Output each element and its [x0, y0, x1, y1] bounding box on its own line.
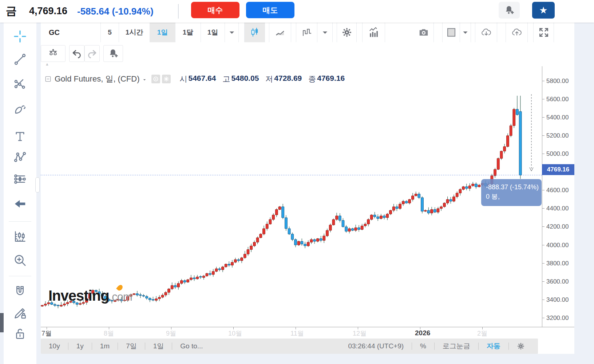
open-value: 5467.64	[188, 74, 216, 84]
symbol-search-button[interactable]: GC	[41, 23, 101, 42]
time-axis-label: 7월	[41, 329, 52, 338]
range-button-1y[interactable]: 1y	[68, 342, 92, 350]
magnet-tool[interactable]	[4, 282, 36, 300]
interval-1h-button[interactable]: 1시간	[119, 23, 150, 42]
balance-icon	[48, 48, 59, 59]
instrument-symbol: 금	[6, 4, 17, 19]
log-scale-button[interactable]: 로그눈금	[435, 341, 478, 351]
text-tool[interactable]	[4, 128, 36, 145]
percent-scale-button[interactable]: %	[412, 342, 434, 350]
indicators-button[interactable]	[363, 23, 385, 42]
caret-down-icon	[320, 27, 330, 38]
trend-line-tool[interactable]	[4, 51, 36, 68]
chart-type-line-button[interactable]	[269, 23, 291, 42]
caret-down-icon	[226, 27, 237, 38]
chart-legend: Gold Futures, 일, (CFD) 시5467.64 고5480.05…	[44, 73, 345, 85]
interval-1d-button[interactable]: 1일	[150, 23, 175, 42]
lock-all-tool[interactable]	[4, 325, 36, 343]
indicators-icon	[368, 27, 379, 38]
zoom-in-tool[interactable]	[4, 252, 36, 269]
time-axis-tick	[420, 327, 420, 329]
projection-tool[interactable]	[4, 170, 36, 188]
auto-scale-button[interactable]: 자동	[479, 341, 508, 351]
step-icon	[301, 27, 312, 38]
price-axis[interactable]: 5800.005600.005400.005200.005000.004600.…	[542, 66, 574, 327]
time-axis-label: 2월	[477, 329, 487, 338]
favorite-button[interactable]: ★	[532, 2, 555, 19]
snapshot-button[interactable]	[413, 23, 434, 42]
toolbar-divider	[291, 23, 296, 42]
interval-select-value[interactable]: 1일	[201, 23, 225, 42]
layout-button[interactable]	[443, 23, 460, 42]
range-button-Goto[interactable]: Go to...	[172, 342, 211, 350]
legend-title[interactable]: Gold Futures, 일, (CFD)	[55, 74, 139, 84]
chart-style-button[interactable]	[296, 23, 317, 42]
measure-tooltip: -888.37 (-15.74%) 0 봉,	[481, 179, 542, 206]
layout-caret-button[interactable]	[460, 23, 471, 42]
toolbar-collapse-icon[interactable]: ▲	[45, 62, 49, 66]
time-axis-tick	[482, 327, 483, 329]
range-button-7[interactable]: 7일	[118, 341, 145, 351]
crosshair-tool[interactable]	[4, 28, 36, 45]
time-axis-tick	[47, 327, 47, 329]
brush-tool[interactable]	[4, 100, 36, 118]
load-layout-button[interactable]	[475, 23, 497, 42]
range-button-1[interactable]: 1일	[145, 341, 172, 351]
interval-1mo-button[interactable]: 1달	[175, 23, 201, 42]
range-button-1m[interactable]: 1m	[92, 342, 118, 350]
save-layout-button[interactable]	[506, 23, 528, 42]
candles-icon	[249, 27, 260, 38]
buy-button[interactable]: 매수	[191, 2, 239, 18]
low-value: 4728.69	[274, 74, 302, 84]
legend-collapse-icon[interactable]	[44, 75, 52, 83]
price-axis-border	[542, 66, 542, 327]
hide-drawings-tool[interactable]	[4, 195, 36, 213]
create-alert-button[interactable]	[103, 45, 123, 62]
time-axis-tick	[233, 327, 234, 329]
eye-icon	[153, 76, 159, 82]
drawing-lock-tool[interactable]	[4, 304, 36, 322]
redo-button[interactable]	[84, 45, 100, 62]
xabcd-pattern-tool[interactable]	[4, 149, 36, 166]
pitchfork-tool[interactable]	[4, 75, 36, 92]
bar-measure-tool[interactable]	[4, 228, 36, 245]
legend-settings-button[interactable]	[162, 75, 171, 83]
watermark: Investing.com	[48, 288, 132, 304]
price-change: -585.64 (-10.94%)	[77, 6, 154, 17]
crosshair-icon	[13, 29, 27, 43]
chart-type-candles-button[interactable]	[245, 23, 265, 42]
camera-icon	[418, 27, 429, 38]
legend-visibility-button[interactable]	[151, 75, 160, 83]
sidebar-divider	[9, 221, 31, 222]
price-tick: 3600.00	[542, 278, 574, 285]
gear-icon	[517, 342, 525, 350]
brush-icon	[13, 102, 27, 116]
time-axis-label: 11월	[290, 329, 304, 338]
compare-scales-button[interactable]	[41, 45, 66, 62]
interval-caret-button[interactable]	[225, 23, 239, 42]
chart-style-caret-button[interactable]	[317, 23, 333, 42]
time-axis-label: 8월	[104, 329, 114, 338]
price-alert-button[interactable]	[499, 2, 520, 19]
time-axis-label: 2026	[415, 329, 430, 337]
undo-button[interactable]	[69, 45, 84, 62]
fullscreen-button[interactable]	[534, 23, 554, 42]
watermark-brand: Investing	[48, 288, 109, 304]
high-label: 고	[222, 74, 230, 84]
chart-toolbar: GC51시간1일1달1일	[41, 23, 574, 42]
range-button-10y[interactable]: 10y	[41, 342, 68, 350]
price-tick: 3200.00	[542, 314, 574, 322]
time-axis-label: 12월	[353, 329, 367, 338]
clock: 03:26:44 (UTC+9)	[340, 342, 412, 350]
sell-button[interactable]: 매도	[246, 2, 294, 18]
settings-button[interactable]	[337, 23, 357, 42]
interval-5-button[interactable]: 5	[101, 23, 119, 42]
axis-settings-button[interactable]	[509, 342, 533, 350]
close-label: 종	[308, 74, 316, 84]
sidebar-collapse-handle[interactable]	[35, 177, 40, 193]
price-tick: 5800.00	[542, 78, 574, 85]
gear-icon	[163, 76, 170, 82]
chevron-down-icon[interactable]	[142, 77, 147, 83]
divider	[178, 4, 179, 19]
toolbar-divider	[434, 23, 443, 42]
